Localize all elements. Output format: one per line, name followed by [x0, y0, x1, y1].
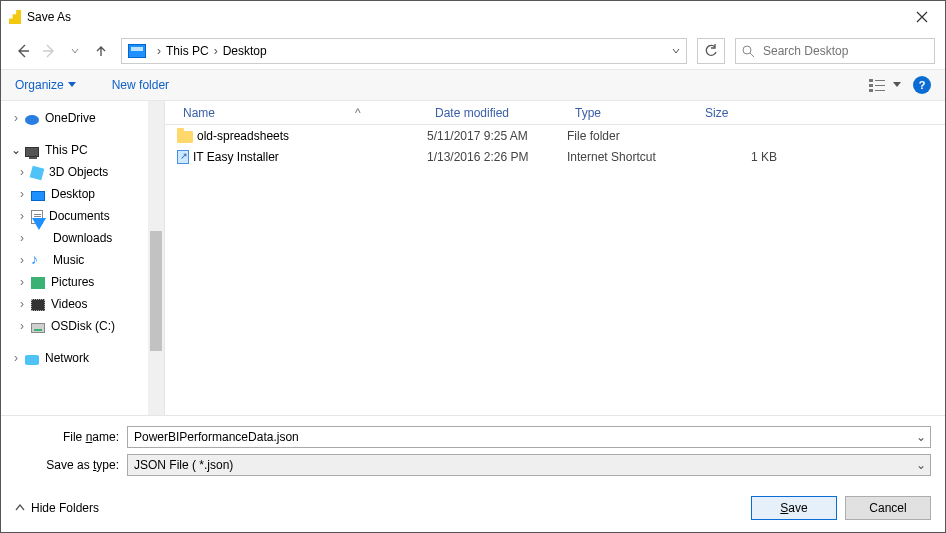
arrow-up-icon — [94, 44, 108, 58]
pictures-icon — [31, 277, 45, 289]
refresh-button[interactable] — [697, 38, 725, 64]
tree-videos[interactable]: › Videos — [5, 293, 164, 315]
hide-folders-button[interactable]: Hide Folders — [15, 501, 99, 515]
new-folder-button[interactable]: New folder — [112, 78, 169, 92]
view-list-icon — [869, 78, 889, 92]
tree-onedrive[interactable]: › OneDrive — [5, 107, 164, 129]
address-dropdown[interactable] — [672, 44, 680, 58]
breadcrumb-this-pc[interactable]: This PC — [166, 44, 209, 58]
refresh-icon — [704, 44, 718, 58]
navigation-pane: › OneDrive ⌄ This PC › 3D Objects › — [1, 101, 165, 415]
tree-3d-objects[interactable]: › 3D Objects — [5, 161, 164, 183]
nav-scrollbar[interactable] — [148, 101, 164, 415]
cloud-icon — [25, 115, 39, 125]
chevron-down-icon[interactable]: ⌄ — [916, 430, 926, 444]
arrow-right-icon — [41, 43, 57, 59]
organize-menu[interactable]: Organize — [15, 78, 76, 92]
dialog-body: › OneDrive ⌄ This PC › 3D Objects › — [1, 101, 945, 415]
filename-input[interactable]: PowerBIPerformanceData.json ⌄ — [127, 426, 931, 448]
pc-icon — [128, 44, 146, 58]
collapse-caret[interactable]: ⌄ — [9, 143, 23, 157]
up-button[interactable] — [89, 39, 113, 63]
filename-label: File name: — [15, 430, 127, 444]
tree-downloads[interactable]: › Downloads — [5, 227, 164, 249]
expand-caret[interactable]: › — [15, 165, 29, 179]
file-rows: old-spreadsheets5/11/2017 9:25 AMFile fo… — [165, 125, 945, 415]
file-list-pane: Name ^ Date modified Type Size old-sprea… — [165, 101, 945, 415]
expand-caret[interactable]: › — [9, 351, 23, 365]
tree-network[interactable]: › Network — [5, 347, 164, 369]
column-size[interactable]: Size — [697, 106, 777, 120]
file-row[interactable]: IT Easy Installer1/13/2016 2:26 PMIntern… — [165, 146, 945, 167]
shortcut-icon — [177, 150, 189, 164]
video-icon — [31, 299, 45, 311]
tree-osdisk[interactable]: › OSDisk (C:) — [5, 315, 164, 337]
breadcrumb-separator: › — [214, 44, 218, 58]
chevron-down-icon[interactable]: ⌄ — [916, 458, 926, 472]
disk-icon — [31, 323, 45, 333]
view-options-button[interactable] — [869, 78, 901, 92]
tree-this-pc[interactable]: ⌄ This PC — [5, 139, 164, 161]
address-bar[interactable]: › This PC › Desktop — [121, 38, 687, 64]
expand-caret[interactable]: › — [15, 231, 29, 245]
titlebar: Save As — [1, 1, 945, 33]
recent-locations-button[interactable] — [63, 39, 87, 63]
search-input[interactable] — [761, 43, 928, 59]
column-date[interactable]: Date modified — [427, 106, 567, 120]
nav-row: › This PC › Desktop — [1, 33, 945, 69]
desktop-icon — [31, 191, 45, 201]
svg-point-0 — [743, 46, 751, 54]
expand-caret[interactable]: › — [9, 111, 23, 125]
tree-documents[interactable]: › Documents — [5, 205, 164, 227]
expand-caret[interactable]: › — [15, 297, 29, 311]
back-button[interactable] — [11, 39, 35, 63]
column-type[interactable]: Type — [567, 106, 697, 120]
svg-rect-3 — [869, 84, 873, 87]
expand-caret[interactable]: › — [15, 209, 29, 223]
pc-icon — [25, 147, 39, 157]
file-date: 5/11/2017 9:25 AM — [427, 129, 567, 143]
toolbar: Organize New folder ? — [1, 69, 945, 101]
bottom-panel: File name: PowerBIPerformanceData.json ⌄… — [1, 415, 945, 532]
file-name: IT Easy Installer — [193, 150, 279, 164]
breadcrumb-separator: › — [157, 44, 161, 58]
cancel-button[interactable]: Cancel — [845, 496, 931, 520]
expand-caret[interactable]: › — [15, 253, 29, 267]
svg-rect-1 — [869, 79, 873, 82]
search-icon — [742, 45, 755, 58]
expand-caret[interactable]: › — [15, 319, 29, 333]
column-name[interactable]: Name ^ — [175, 106, 427, 120]
saveastype-label: Save as type: — [15, 458, 127, 472]
arrow-left-icon — [15, 43, 31, 59]
saveastype-select[interactable]: JSON File ( *.json) ⌄ — [127, 454, 931, 476]
close-button[interactable] — [899, 1, 945, 33]
tree-desktop[interactable]: › Desktop — [5, 183, 164, 205]
file-type: File folder — [567, 129, 697, 143]
sort-indicator-icon: ^ — [355, 106, 361, 120]
expand-caret[interactable]: › — [15, 187, 29, 201]
folder-icon — [177, 131, 193, 143]
chevron-down-icon — [672, 47, 680, 55]
help-button[interactable]: ? — [913, 76, 931, 94]
file-row[interactable]: old-spreadsheets5/11/2017 9:25 AMFile fo… — [165, 125, 945, 146]
svg-rect-5 — [869, 89, 873, 92]
window-title: Save As — [27, 10, 71, 24]
network-icon — [25, 355, 39, 365]
cube-icon — [30, 166, 45, 181]
chevron-down-icon — [893, 82, 901, 88]
column-headers: Name ^ Date modified Type Size — [165, 101, 945, 125]
download-icon — [32, 218, 46, 244]
file-type: Internet Shortcut — [567, 150, 697, 164]
search-box[interactable] — [735, 38, 935, 64]
tree-music[interactable]: › ♪ Music — [5, 249, 164, 271]
music-icon: ♪ — [31, 252, 47, 268]
file-size: 1 KB — [697, 150, 777, 164]
forward-button[interactable] — [37, 39, 61, 63]
chevron-up-icon — [15, 504, 25, 512]
save-button[interactable]: Save — [751, 496, 837, 520]
tree-pictures[interactable]: › Pictures — [5, 271, 164, 293]
breadcrumb-desktop[interactable]: Desktop — [223, 44, 267, 58]
chevron-down-icon — [68, 82, 76, 88]
expand-caret[interactable]: › — [15, 275, 29, 289]
close-icon — [916, 11, 928, 23]
